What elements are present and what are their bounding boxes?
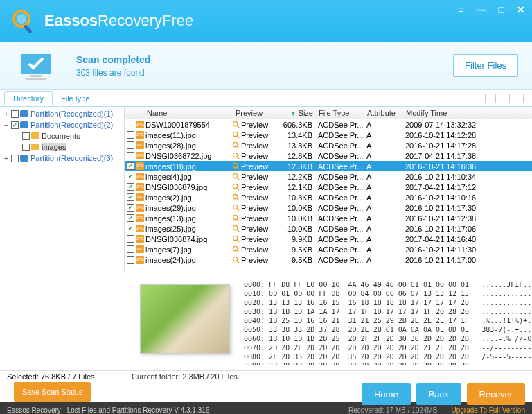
col-name[interactable]: Name — [144, 109, 233, 117]
svg-point-6 — [233, 121, 237, 126]
file-row[interactable]: ✔JPGimages(18).jpgPreview12.3KBACDSee Pr… — [125, 161, 532, 171]
file-row[interactable]: ✔JPGimages(13).jpgPreview10.0KBACDSee Pr… — [125, 213, 532, 223]
preview-link[interactable]: Preview — [232, 214, 279, 223]
row-checkbox[interactable]: ✔ — [127, 204, 134, 212]
expand-icon[interactable] — [14, 143, 21, 151]
scan-status-count: 303 files are found — [76, 68, 150, 78]
preview-link[interactable]: Preview — [232, 204, 279, 212]
file-icon: JPG — [136, 235, 144, 243]
checkbox[interactable] — [11, 110, 19, 118]
col-attribute[interactable]: Attribute — [364, 109, 403, 117]
preview-link[interactable]: Preview — [232, 141, 279, 150]
row-checkbox[interactable] — [127, 131, 134, 139]
tree-node[interactable]: +Partition(Recognized)(1) — [1, 108, 123, 119]
file-row[interactable]: ✔JPGimages(2).jpgPreview10.3KBACDSee Pr.… — [125, 192, 532, 202]
preview-link[interactable]: Preview — [232, 245, 279, 254]
checkbox[interactable]: ✔ — [11, 121, 19, 129]
minimize-icon[interactable]: — — [477, 4, 486, 15]
save-scan-button[interactable]: Save Scan Status — [14, 382, 91, 402]
row-checkbox[interactable]: ✔ — [127, 225, 134, 232]
hex-dump: 0000: FF D8 FF E0 00 10 4A 46 49 46 00 0… — [238, 277, 532, 365]
row-checkbox[interactable]: ✔ — [127, 183, 134, 191]
folder-icon — [31, 132, 39, 139]
file-modified: 2017-04-21 14:17:38 — [402, 152, 532, 160]
file-row[interactable]: JPGDSW10001879554...Preview606.3KBACDSee… — [125, 119, 532, 130]
settings-icon[interactable]: ≡ — [458, 4, 463, 15]
file-row[interactable]: JPGimages(24).jpgPreview9.5KBACDSee Pr..… — [125, 255, 532, 265]
file-attr: A — [364, 225, 402, 233]
tab-directory[interactable]: Directory — [4, 91, 53, 106]
maximize-icon[interactable]: □ — [499, 4, 504, 15]
preview-link[interactable]: Preview — [232, 121, 279, 129]
row-checkbox[interactable]: ✔ — [127, 173, 134, 180]
expand-icon[interactable] — [14, 132, 21, 140]
view-thumbnails-icon[interactable] — [485, 94, 496, 103]
recover-button[interactable]: Recover — [467, 383, 525, 405]
row-checkbox[interactable] — [127, 121, 134, 128]
checkbox[interactable] — [11, 155, 19, 162]
preview-link[interactable]: Preview — [232, 235, 279, 243]
preview-link[interactable]: Preview — [232, 225, 279, 233]
col-modify[interactable]: Modify Time — [403, 109, 532, 117]
expand-icon[interactable]: + — [3, 110, 10, 118]
file-row[interactable]: JPGimages(7).jpgPreview9.5KBACDSee Pr...… — [125, 244, 532, 255]
file-icon: JPG — [136, 245, 144, 253]
row-checkbox[interactable] — [127, 152, 134, 159]
file-type: ACDSee Pr... — [315, 204, 364, 212]
file-row[interactable]: JPGDNSGI036874.jpgPreview9.9KBACDSee Pr.… — [125, 234, 532, 244]
file-size: 10.3KB — [279, 193, 315, 202]
row-checkbox[interactable] — [127, 256, 134, 264]
filter-files-button[interactable]: Filter Files — [453, 54, 518, 77]
footer-version: Eassos Recovery - Lost Files and Partiti… — [7, 406, 209, 414]
preview-link[interactable]: Preview — [232, 162, 279, 171]
tree-node[interactable]: images — [1, 141, 123, 153]
col-size[interactable]: ▼Size — [280, 109, 316, 117]
row-checkbox[interactable] — [127, 235, 134, 243]
file-row[interactable]: ✔JPGDNSGI036879.jpgPreview12.1KBACDSee P… — [125, 182, 532, 192]
preview-link[interactable]: Preview — [232, 256, 279, 264]
row-checkbox[interactable]: ✔ — [127, 214, 134, 222]
svg-line-11 — [237, 146, 239, 148]
file-row[interactable]: ✔JPGimages(4).jpgPreview12.2KBACDSee Pr.… — [125, 171, 532, 182]
tree-node[interactable]: Documents — [1, 130, 123, 141]
tree-node[interactable]: +Partition(Recognized)(3) — [1, 153, 123, 164]
folder-info: Current folder: 2.3MB / 20 Files. — [132, 372, 240, 381]
file-row[interactable]: JPGimages(28).jpgPreview13.3KBACDSee Pr.… — [125, 140, 532, 150]
file-row[interactable]: JPGimages(11).jpgPreview13.4KBACDSee Pr.… — [125, 130, 532, 140]
row-checkbox[interactable] — [127, 245, 134, 253]
tab-filetype[interactable]: File type — [53, 92, 98, 105]
file-row[interactable]: ✔JPGimages(29).jpgPreview10.0KBACDSee Pr… — [125, 202, 532, 213]
home-button[interactable]: Home — [362, 383, 411, 405]
row-checkbox[interactable] — [127, 141, 134, 149]
upgrade-link[interactable]: Upgrade To Full Version — [451, 406, 525, 414]
tree-node[interactable]: −✔Partition(Recognized)(2) — [1, 119, 123, 130]
file-attr: A — [364, 193, 402, 202]
expand-icon[interactable]: + — [3, 154, 10, 162]
file-modified: 2016-10-21 14:17:30 — [402, 204, 532, 212]
file-attr: A — [364, 141, 402, 150]
preview-link[interactable]: Preview — [232, 152, 279, 160]
file-attr: A — [364, 162, 402, 171]
file-row[interactable]: JPGDNSGI0368722.jpgPreview12.8KBACDSee P… — [125, 150, 532, 161]
view-details-icon[interactable] — [513, 94, 524, 103]
back-button[interactable]: Back — [416, 383, 461, 405]
preview-link[interactable]: Preview — [232, 193, 279, 202]
checkbox[interactable] — [22, 132, 30, 140]
row-checkbox[interactable]: ✔ — [127, 162, 134, 170]
checkbox[interactable] — [22, 144, 30, 151]
row-checkbox[interactable]: ✔ — [127, 193, 134, 201]
tree-label: Documents — [42, 132, 80, 140]
col-filetype[interactable]: File Type — [316, 109, 364, 117]
file-type: ACDSee Pr... — [315, 183, 364, 191]
svg-line-21 — [237, 198, 239, 200]
file-size: 606.3KB — [279, 121, 315, 129]
preview-link[interactable]: Preview — [232, 173, 279, 181]
expand-icon[interactable]: − — [3, 121, 10, 129]
view-list-icon[interactable] — [499, 94, 510, 103]
col-preview[interactable]: Preview — [233, 109, 280, 117]
svg-point-10 — [233, 142, 237, 146]
preview-link[interactable]: Preview — [232, 183, 279, 191]
preview-link[interactable]: Preview — [232, 131, 279, 139]
close-icon[interactable]: ✕ — [517, 4, 525, 15]
file-row[interactable]: ✔JPGimages(25).jpgPreview10.0KBACDSee Pr… — [125, 223, 532, 234]
